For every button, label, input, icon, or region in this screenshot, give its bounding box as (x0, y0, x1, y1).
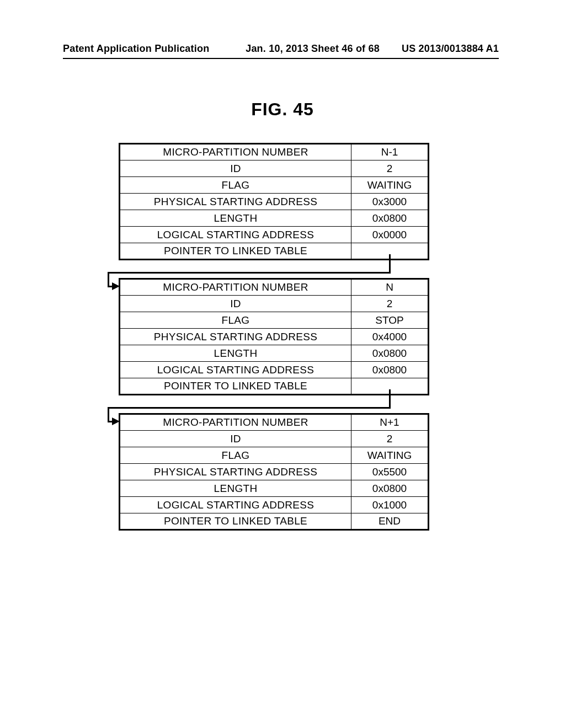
table-block-3: MICRO-PARTITION NUMBER N+1 ID 2 FLAG WAI… (0, 413, 565, 531)
page: Patent Application Publication Jan. 10, … (0, 0, 565, 728)
table-3: MICRO-PARTITION NUMBER N+1 ID 2 FLAG WAI… (119, 413, 429, 531)
label-flag: FLAG (120, 177, 351, 194)
value-micro-partition-number: N-1 (351, 144, 429, 160)
label-micro-partition-number: MICRO-PARTITION NUMBER (120, 414, 351, 431)
label-flag: FLAG (120, 312, 351, 329)
value-flag: WAITING (351, 447, 429, 464)
label-length: LENGTH (120, 480, 351, 497)
label-id: ID (120, 431, 351, 447)
header-left: Patent Application Publication (63, 43, 221, 55)
value-physical-starting-address: 0x3000 (351, 194, 429, 210)
value-micro-partition-number: N (351, 279, 429, 296)
value-length: 0x0800 (351, 345, 429, 362)
value-flag: WAITING (351, 177, 429, 194)
value-physical-starting-address: 0x5500 (351, 464, 429, 480)
table-block-2: MICRO-PARTITION NUMBER N ID 2 FLAG STOP … (0, 278, 565, 395)
label-pointer-to-linked-table: POINTER TO LINKED TABLE (120, 243, 351, 260)
label-length: LENGTH (120, 210, 351, 227)
label-id: ID (120, 160, 351, 177)
value-flag: STOP (351, 312, 429, 329)
label-id: ID (120, 296, 351, 312)
label-logical-starting-address: LOGICAL STARTING ADDRESS (120, 362, 351, 378)
value-pointer-to-linked-table: END (351, 513, 429, 530)
label-logical-starting-address: LOGICAL STARTING ADDRESS (120, 497, 351, 513)
value-id: 2 (351, 160, 429, 177)
label-logical-starting-address: LOGICAL STARTING ADDRESS (120, 227, 351, 243)
label-physical-starting-address: PHYSICAL STARTING ADDRESS (120, 194, 351, 210)
label-physical-starting-address: PHYSICAL STARTING ADDRESS (120, 464, 351, 480)
value-logical-starting-address: 0x0000 (351, 227, 429, 243)
table-1: MICRO-PARTITION NUMBER N-1 ID 2 FLAG WAI… (119, 143, 429, 260)
label-physical-starting-address: PHYSICAL STARTING ADDRESS (120, 329, 351, 345)
value-pointer-to-linked-table (351, 243, 429, 260)
value-id: 2 (351, 431, 429, 447)
value-physical-starting-address: 0x4000 (351, 329, 429, 345)
value-length: 0x0800 (351, 210, 429, 227)
label-pointer-to-linked-table: POINTER TO LINKED TABLE (120, 378, 351, 395)
label-pointer-to-linked-table: POINTER TO LINKED TABLE (120, 513, 351, 530)
value-id: 2 (351, 296, 429, 312)
value-logical-starting-address: 0x1000 (351, 497, 429, 513)
label-flag: FLAG (120, 447, 351, 464)
tables-container: MICRO-PARTITION NUMBER N-1 ID 2 FLAG WAI… (0, 135, 565, 531)
value-length: 0x0800 (351, 480, 429, 497)
value-pointer-to-linked-table (351, 378, 429, 395)
page-header: Patent Application Publication Jan. 10, … (63, 43, 499, 59)
label-length: LENGTH (120, 345, 351, 362)
label-micro-partition-number: MICRO-PARTITION NUMBER (120, 279, 351, 296)
header-center: Jan. 10, 2013 Sheet 46 of 68 (221, 43, 402, 55)
value-micro-partition-number: N+1 (351, 414, 429, 431)
value-logical-starting-address: 0x0800 (351, 362, 429, 378)
table-2: MICRO-PARTITION NUMBER N ID 2 FLAG STOP … (119, 278, 429, 395)
figure-title: FIG. 45 (0, 99, 565, 120)
table-block-1: MICRO-PARTITION NUMBER N-1 ID 2 FLAG WAI… (0, 143, 565, 260)
label-micro-partition-number: MICRO-PARTITION NUMBER (120, 144, 351, 160)
header-right: US 2013/0013884 A1 (402, 43, 499, 55)
